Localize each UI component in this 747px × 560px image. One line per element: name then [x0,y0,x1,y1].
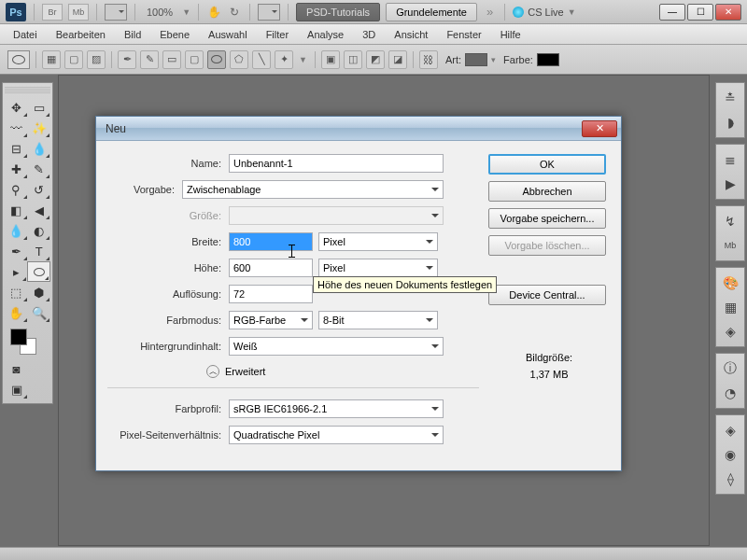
background-dropdown[interactable]: Weiß [229,337,444,356]
blur-tool-icon[interactable]: 💧 [5,220,28,241]
paths-panel-icon[interactable]: ⟠ [716,467,744,491]
zoom-level[interactable]: 100% [143,7,176,18]
brush-tool-icon[interactable]: ✎ [28,159,51,179]
pen-tool-icon[interactable]: ✒ [5,241,28,261]
dialog-titlebar[interactable]: Neu ✕ [96,117,621,141]
dodge-tool-icon[interactable]: ◐ [28,220,51,241]
layers-panel-icon[interactable]: ◈ [716,418,744,442]
menu-bearbeiten[interactable]: Bearbeiten [47,26,115,43]
workspace-tab-grundelemente[interactable]: Grundelemente [386,3,477,21]
toolbox-grip[interactable] [5,87,50,94]
marquee-tool-icon[interactable]: ▭ [28,97,51,118]
styles-panel-icon[interactable]: ◈ [716,319,744,343]
gradient-tool-icon[interactable]: ◀ [28,200,51,220]
window-maximize-button[interactable]: ☐ [687,4,713,21]
lasso-tool-icon[interactable]: 〰 [5,118,28,138]
channels-panel-icon[interactable]: ◉ [716,442,744,467]
actions-panel-icon[interactable]: ▶ [716,172,744,196]
rectangle-shape-icon[interactable]: ▭ [162,50,181,69]
screen-mode-dropdown[interactable] [105,4,127,21]
color-swatches[interactable] [5,327,50,358]
path-op-3-icon[interactable]: ◩ [366,50,385,69]
width-field[interactable] [229,232,313,251]
cancel-button[interactable]: Abbrechen [488,181,606,202]
line-shape-icon[interactable]: ╲ [252,50,271,69]
adjustments-panel-icon[interactable]: ≛ [716,86,744,110]
paths-icon[interactable]: ▢ [64,50,83,69]
menu-filter[interactable]: Filter [257,26,298,43]
custom-shape-icon[interactable]: ✦ [275,50,293,69]
current-tool-icon[interactable] [7,50,30,69]
hand-tool-icon[interactable]: ✋ [206,5,221,20]
heal-tool-icon[interactable]: ✚ [5,159,28,179]
menu-auswahl[interactable]: Auswahl [199,26,257,43]
zoom-tool-icon[interactable]: 🔍 [28,302,51,323]
mask-panel-icon[interactable]: ◗ [716,110,744,134]
preset-dropdown[interactable]: Zwischenablage [182,180,444,199]
fill-pixels-icon[interactable]: ▨ [87,50,106,69]
cs-live-button[interactable]: CS Live▼ [513,7,575,18]
hand-tool2-icon[interactable]: ✋ [5,302,28,323]
style-swatch[interactable] [465,53,487,66]
window-close-button[interactable]: ✕ [715,4,741,21]
advanced-toggle[interactable]: ︿ Erweitert [206,365,479,378]
freeform-pen-icon[interactable]: ✎ [140,50,159,69]
window-minimize-button[interactable]: — [659,4,685,21]
history-brush-icon[interactable]: ↺ [28,179,51,200]
rotate-view-icon[interactable]: ↻ [227,5,242,20]
history-panel-icon[interactable]: ≣ [716,147,744,172]
workspace-overflow-icon[interactable]: » [483,5,497,19]
save-preset-button[interactable]: Vorgabe speichern... [488,208,606,229]
ps-logo-icon[interactable]: Ps [6,3,26,21]
colormode-dropdown[interactable]: RGB-Farbe [229,311,313,329]
width-unit-dropdown[interactable]: Pixel [318,232,438,251]
crop-tool-icon[interactable]: ⊟ [5,138,28,159]
menu-ebene[interactable]: Ebene [150,26,199,43]
height-unit-dropdown[interactable]: Pixel [318,259,438,277]
rounded-rect-icon[interactable]: ▢ [185,50,204,69]
wand-tool-icon[interactable]: ✨ [28,118,51,138]
ellipse-shape-icon[interactable] [207,50,226,69]
arrange-dropdown[interactable] [258,4,280,21]
workspace-tab-tutorials[interactable]: PSD-Tutorials [296,3,380,21]
swatches-panel-icon[interactable]: ▦ [716,295,744,319]
3d-tool-icon[interactable]: ⬚ [5,282,28,302]
height-field[interactable] [229,259,313,277]
eyedropper-tool-icon[interactable]: 💧 [28,138,51,159]
color-panel-icon[interactable]: 🎨 [716,271,744,295]
path-op-2-icon[interactable]: ◫ [344,50,362,69]
menu-datei[interactable]: Datei [4,26,47,43]
type-tool-icon[interactable]: T [28,241,51,261]
profile-dropdown[interactable]: sRGB IEC61966-2.1 [229,399,444,418]
screenmode-icon[interactable]: ▣ [5,379,28,399]
info-panel-icon[interactable]: ⓘ [716,357,744,381]
pen-icon[interactable]: ✒ [118,50,136,69]
shape-layers-icon[interactable]: ▦ [42,50,61,69]
pixelratio-dropdown[interactable]: Quadratische Pixel [229,426,444,444]
menu-3d[interactable]: 3D [353,26,385,43]
minibridge-panel-icon[interactable]: Mb [716,233,744,258]
ok-button[interactable]: OK [488,154,606,175]
3d-camera-icon[interactable]: ⬢ [28,282,51,302]
polygon-shape-icon[interactable]: ⬠ [230,50,248,69]
minibridge-button[interactable]: Mb [68,4,89,21]
menu-analyse[interactable]: Analyse [298,26,353,43]
stamp-tool-icon[interactable]: ⚲ [5,179,28,200]
quickmask-icon[interactable]: ◙ [5,358,28,379]
nav-panel-icon[interactable]: ↯ [716,209,744,233]
move-tool-icon[interactable]: ✥ [5,97,28,118]
bitdepth-dropdown[interactable]: 8-Bit [318,311,438,329]
shape-tool-icon[interactable] [27,261,50,282]
menu-fenster[interactable]: Fenster [437,26,490,43]
device-central-button[interactable]: Device Central... [488,285,606,305]
menu-hilfe[interactable]: Hilfe [491,26,530,43]
path-select-icon[interactable]: ▸ [5,261,27,282]
bridge-button[interactable]: Br [42,4,63,21]
menu-ansicht[interactable]: Ansicht [385,26,437,43]
color-swatch[interactable] [537,53,559,66]
resolution-field[interactable] [229,285,313,303]
dialog-close-button[interactable]: ✕ [582,120,617,137]
path-op-4-icon[interactable]: ◪ [388,50,407,69]
eraser-tool-icon[interactable]: ◧ [5,200,28,220]
link-icon[interactable]: ⛓ [419,50,438,69]
